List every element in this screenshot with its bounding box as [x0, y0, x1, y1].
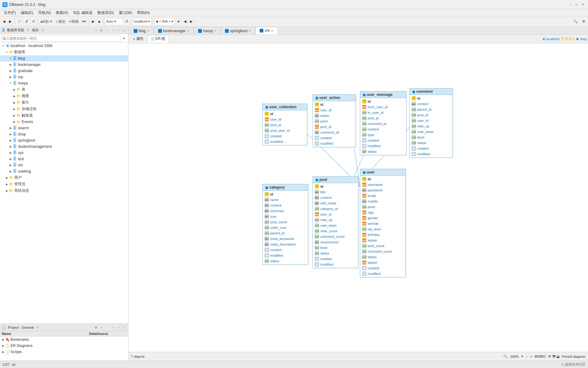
maximize-button[interactable]: □ [574, 2, 579, 7]
menu-help[interactable]: 帮助(H) [135, 10, 152, 16]
menu-db[interactable]: 数据库(D) [95, 10, 116, 16]
toolbar-nav-back[interactable]: ◀ [182, 18, 188, 25]
tree-item-bookmanager[interactable]: ▶ 🗄 bookmanager [0, 62, 128, 68]
tree-item-test[interactable]: ▶ 🗄 test [0, 156, 128, 162]
tree-label-test: test [18, 157, 24, 161]
tree-item-graduate[interactable]: ▶ 🗄 graduate [0, 68, 128, 74]
er-table-user-collection[interactable]: ▦ user_collection ¹³ id abc user_id 123 … [262, 104, 307, 145]
er-table-user[interactable]: ▦ user ¹³ id abc username abc password [360, 169, 406, 277]
er-field-um-cr: 🕐 created [360, 138, 406, 143]
tree-item-views[interactable]: ▶ 📁 视图 [0, 93, 128, 99]
proj-ctrl6[interactable]: □ [121, 325, 126, 330]
er-table-comment[interactable]: ▦ comment ¹³ id abc content 123 parent_i… [409, 88, 453, 158]
er-table-category[interactable]: ▦ category ¹³ id abc name abc content [262, 184, 308, 265]
tree-item-mp[interactable]: ▶ 🗄 mp [0, 74, 128, 80]
menu-search[interactable]: 搜索(A) [53, 10, 71, 16]
tab-blog[interactable]: blog ✕ [130, 27, 153, 34]
tab-close-vhr[interactable]: ✕ [271, 29, 274, 32]
search-input[interactable] [1, 35, 121, 41]
menu-sql[interactable]: SQL 编辑器 [71, 10, 95, 16]
er-canvas[interactable]: ▦ user_collection ¹³ id abc user_id 123 … [128, 43, 588, 352]
breadcrumb-blog: blog [580, 37, 587, 41]
tab-springboot[interactable]: springboot ✕ [221, 27, 255, 34]
proj-ctrl2[interactable]: + [99, 325, 104, 330]
window-title: DBeaver 21.0.2 - blog [9, 2, 568, 7]
er-table-post[interactable]: ▦ post ¹³ id abc title abc content [313, 176, 358, 268]
toolbar-connect[interactable]: ⚡ [16, 18, 23, 25]
tab-bookmanager[interactable]: bookmanager ✕ [154, 27, 193, 34]
tree-item-vhr[interactable]: ▶ 🗄 vhr [0, 162, 128, 168]
tree-item-procs[interactable]: ▶ 📁 存储过程 [0, 106, 128, 112]
toolbar-settings[interactable]: ⚙ [581, 18, 587, 25]
toolbar-host[interactable]: localhost ▾ [132, 18, 152, 25]
tree-item-springboot[interactable]: ▶ 🗄 springboot [0, 137, 128, 143]
tree-item-events[interactable]: ▶ 📁 Events [0, 119, 128, 125]
toolbar-refresh2[interactable]: ↺ [124, 18, 130, 25]
menu-nav[interactable]: 导航(N) [36, 10, 53, 16]
tree-item-shop[interactable]: ▶ 🗄 shop [0, 131, 128, 137]
zoom-out-icon[interactable]: − [526, 355, 528, 358]
tab-close-mwyq[interactable]: ✕ [214, 29, 216, 32]
proj-ctrl5[interactable]: ─ [116, 325, 121, 330]
menu-window[interactable]: 窗口(W) [116, 10, 135, 16]
er-table-user-message[interactable]: ▦ user_message ¹³ id abc from_user_id 12… [360, 91, 406, 155]
search-icon[interactable]: 🔍 [503, 354, 508, 358]
tab-vhr[interactable]: vhr ✕ [256, 27, 278, 34]
tree-item-blog[interactable]: ▾ 🗄 blog [0, 55, 128, 62]
panel-collapse[interactable]: ⊡ [99, 28, 104, 33]
sub-tab-properties[interactable]: ≡ 属性 [130, 35, 147, 43]
toolbar-filter[interactable]: ▾▾ [81, 18, 88, 25]
tree-item-sysinfo[interactable]: ▶ 📁 系统信息 [0, 187, 128, 194]
panel-min[interactable]: ─ [116, 28, 121, 33]
er-table-user-action[interactable]: ▦ user_action ¹³ id abc user_id abc acti… [313, 94, 356, 147]
panel-nav[interactable]: ← [105, 28, 110, 33]
menu-edit[interactable]: 编辑(E) [18, 10, 36, 16]
toolbar-search-global[interactable]: 🔍 [572, 18, 579, 25]
proj-ctrl3[interactable]: − [105, 325, 110, 330]
tree-item-mwyq[interactable]: ▾ 🗄 mwyq [0, 80, 128, 86]
tree-item-sys[interactable]: ▶ 🗄 sys [0, 150, 128, 156]
close-button[interactable]: ✕ [581, 2, 586, 7]
project-item-scripts[interactable]: ▶ 📄 Scripts [0, 349, 128, 355]
toolbar-auto[interactable]: Auto ▾ [105, 18, 123, 25]
tree-item-vueblog[interactable]: ▶ 🗄 vueblog [0, 168, 128, 174]
tab-close-blog[interactable]: ✕ [147, 29, 149, 32]
tree-item-sm[interactable]: ▶ 🗄 studentmanagement [0, 143, 128, 150]
sub-tab-er[interactable]: ◫ ER 图 [148, 35, 169, 43]
tree-item-search[interactable]: ▶ 🗄 search [0, 125, 128, 131]
toolbar-run[interactable]: ▶ [90, 18, 96, 25]
project-item-bookmarks[interactable]: ▶ 🔖 Bookmarks [0, 336, 128, 343]
toolbar-forward[interactable]: ▶ [7, 18, 13, 25]
tree-item-users[interactable]: ▶ 📁 用户 [0, 174, 128, 181]
proj-ctrl1[interactable]: ⚙ [93, 325, 98, 330]
tree-item-tables[interactable]: ▶ 📁 表 [0, 86, 128, 93]
toolbar-back[interactable]: ◀ [1, 18, 7, 25]
proj-ctrl4[interactable]: ↕ [110, 325, 115, 330]
project-item-er[interactable]: ▶ ◫ ER Diagrams [0, 343, 128, 349]
toolbar-disconnect[interactable]: ✗ [24, 18, 30, 25]
toolbar-bookmark[interactable]: ★ [175, 18, 182, 25]
toolbar-refresh[interactable]: ↺ [30, 18, 36, 25]
zoom-dropdown[interactable]: ▾ [521, 354, 523, 358]
toolbar-nav-fwd[interactable]: ▶ [188, 18, 194, 25]
toolbar-commit[interactable]: ✓提交 [54, 18, 67, 25]
tree-item-localhost[interactable]: ▾ 🖥 localhost - localhost:3306 [0, 43, 128, 49]
tree-item-admin[interactable]: ▶ 📁 管理员 [0, 181, 128, 187]
tab-close-sb[interactable]: ✕ [249, 29, 251, 32]
panel-sync[interactable]: ↕ [93, 28, 98, 33]
zoom-in-icon[interactable]: + [530, 355, 532, 358]
toolbar-nav[interactable]: ■ < N/A > ▾ [154, 18, 175, 25]
panel-max[interactable]: □ [121, 28, 126, 33]
toolbar-sql-label[interactable]: ■ SQL ▾ [39, 18, 54, 25]
tree-item-triggers[interactable]: ▶ 📁 触发器 [0, 112, 128, 119]
tab-mwyq[interactable]: mwyq ✕ [194, 27, 220, 34]
toolbar-rollback[interactable]: ↩回滚 [67, 18, 80, 25]
minimize-button[interactable]: ─ [568, 2, 573, 7]
tree-item-databases[interactable]: ▾ 📁 数据库 [0, 49, 128, 55]
menu-file[interactable]: 文件(F) [1, 10, 18, 16]
panel-nav2[interactable]: → [110, 28, 115, 33]
toolbar-stop[interactable]: ■ [97, 18, 102, 25]
filter-button[interactable]: ▾ [121, 35, 127, 41]
tab-close-bm[interactable]: ✕ [187, 29, 189, 32]
tree-item-indexes[interactable]: ▶ 📁 索引 [0, 99, 128, 106]
